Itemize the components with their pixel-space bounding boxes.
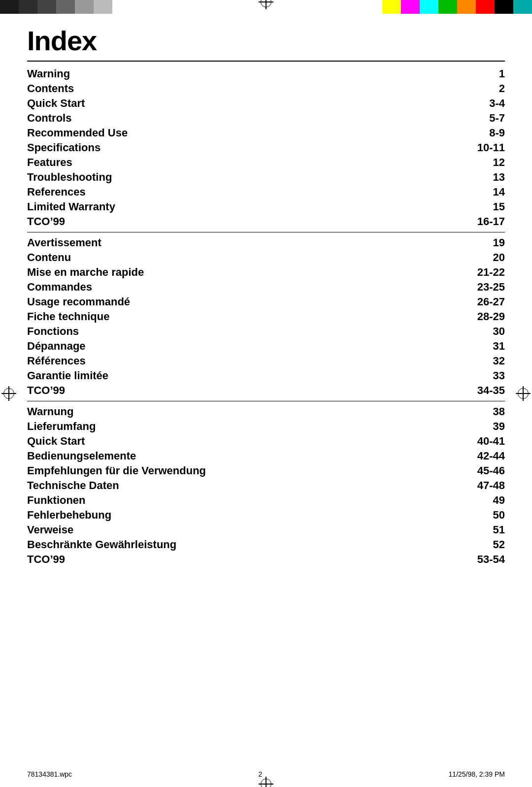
index-entry: Quick Start3-4 xyxy=(27,96,505,111)
color-swatch xyxy=(0,0,19,14)
english-section: Warning1Contents2Quick Start3-4Controls5… xyxy=(27,66,505,229)
entry-label: Avertissement xyxy=(27,236,101,249)
entry-page-number: 52 xyxy=(466,538,505,551)
footer-filename: 78134381.wpc xyxy=(27,770,72,778)
entry-label: Technische Daten xyxy=(27,479,119,492)
color-swatch xyxy=(495,0,513,14)
index-entry: Verweise51 xyxy=(27,523,505,537)
entry-page-number: 28-29 xyxy=(466,310,505,323)
entry-label: TCO’99 xyxy=(27,384,65,397)
entry-page-number: 34-35 xyxy=(466,384,505,397)
entry-label: Verweise xyxy=(27,524,73,536)
index-entry: TCO’9953-54 xyxy=(27,552,505,567)
entry-label: Contenu xyxy=(27,251,71,264)
entry-page-number: 20 xyxy=(466,251,505,264)
section-divider-1 xyxy=(27,232,505,232)
index-entry: Troubleshooting13 xyxy=(27,170,505,185)
index-entry: Beschränkte Gewährleistung52 xyxy=(27,537,505,552)
entry-label: Funktionen xyxy=(27,494,86,507)
color-swatch xyxy=(438,0,457,14)
index-entry: Contenu20 xyxy=(27,250,505,265)
entry-label: Lieferumfang xyxy=(27,420,96,433)
index-entry: Limited Warranty15 xyxy=(27,199,505,214)
color-swatch xyxy=(476,0,495,14)
index-entry: Controls5-7 xyxy=(27,111,505,126)
color-swatch xyxy=(37,0,56,14)
color-swatch xyxy=(94,0,112,14)
entry-label: References xyxy=(27,186,86,198)
index-entry: TCO’9916-17 xyxy=(27,214,505,229)
entry-label: Specifications xyxy=(27,141,100,154)
entry-page-number: 23-25 xyxy=(466,281,505,294)
index-entry: Empfehlungen für die Verwendung45-46 xyxy=(27,463,505,478)
index-entry: Features12 xyxy=(27,155,505,170)
title-divider xyxy=(27,61,505,62)
entry-label: Commandes xyxy=(27,281,92,294)
entry-page-number: 1 xyxy=(466,67,505,80)
french-section: Avertissement19Contenu20Mise en marche r… xyxy=(27,235,505,398)
index-entry: Usage recommandé26-27 xyxy=(27,295,505,309)
index-entry: Recommended Use8-9 xyxy=(27,126,505,140)
entry-page-number: 40-41 xyxy=(466,435,505,448)
entry-label: Mise en marche rapide xyxy=(27,266,144,279)
entry-page-number: 39 xyxy=(466,420,505,433)
section-divider-2 xyxy=(27,401,505,401)
entry-label: Features xyxy=(27,156,72,169)
index-entry: Fehlerbehebung50 xyxy=(27,508,505,523)
entry-page-number: 32 xyxy=(466,355,505,367)
entry-label: Usage recommandé xyxy=(27,295,130,308)
color-swatch xyxy=(457,0,476,14)
entry-page-number: 31 xyxy=(466,340,505,353)
entry-page-number: 53-54 xyxy=(466,553,505,566)
entry-page-number: 45-46 xyxy=(466,464,505,477)
index-entry: Fiche technique28-29 xyxy=(27,309,505,324)
entry-label: TCO’99 xyxy=(27,215,65,228)
entry-page-number: 47-48 xyxy=(466,479,505,492)
entry-page-number: 2 xyxy=(466,82,505,95)
entry-label: Troubleshooting xyxy=(27,171,112,184)
page-title: Index xyxy=(27,25,505,57)
index-entry: Specifications10-11 xyxy=(27,140,505,155)
index-entry: Warnung38 xyxy=(27,404,505,419)
color-swatch xyxy=(56,0,75,14)
footer-page-number: 2 xyxy=(258,770,262,778)
index-entry: Bedienungselemente42-44 xyxy=(27,449,505,463)
entry-label: Fonctions xyxy=(27,325,79,338)
index-entry: References14 xyxy=(27,185,505,199)
entry-label: Beschränkte Gewährleistung xyxy=(27,538,176,551)
entry-page-number: 3-4 xyxy=(466,97,505,110)
entry-page-number: 8-9 xyxy=(466,127,505,139)
entry-page-number: 5-7 xyxy=(466,112,505,125)
entry-label: Garantie limitée xyxy=(27,369,108,382)
entry-page-number: 33 xyxy=(466,369,505,382)
entry-page-number: 14 xyxy=(466,186,505,198)
entry-label: Recommended Use xyxy=(27,127,128,139)
entry-label: Contents xyxy=(27,82,74,95)
german-section: Warnung38Lieferumfang39Quick Start40-41B… xyxy=(27,404,505,567)
index-entry: Lieferumfang39 xyxy=(27,419,505,434)
index-entry: Mise en marche rapide21-22 xyxy=(27,265,505,280)
entry-label: Controls xyxy=(27,112,71,125)
entry-label: Fehlerbehebung xyxy=(27,509,111,522)
entry-label: Quick Start xyxy=(27,435,85,448)
color-swatch xyxy=(19,0,37,14)
index-entry: Quick Start40-41 xyxy=(27,434,505,449)
entry-label: Dépannage xyxy=(27,340,86,353)
page-content: Index Warning1Contents2Quick Start3-4Con… xyxy=(27,25,505,760)
entry-label: Bedienungselemente xyxy=(27,450,136,462)
footer-date: 11/25/98, 2:39 PM xyxy=(449,770,505,778)
entry-page-number: 10-11 xyxy=(466,141,505,154)
index-entry: Fonctions30 xyxy=(27,324,505,339)
entry-label: Références xyxy=(27,355,86,367)
entry-label: Empfehlungen für die Verwendung xyxy=(27,464,206,477)
color-swatch xyxy=(401,0,420,14)
index-entry: Dépannage31 xyxy=(27,339,505,354)
index-entry: Garantie limitée33 xyxy=(27,368,505,383)
entry-page-number: 42-44 xyxy=(466,450,505,462)
index-entry: Références32 xyxy=(27,354,505,368)
index-entry: Avertissement19 xyxy=(27,235,505,250)
entry-label: Warnung xyxy=(27,405,74,418)
entry-page-number: 30 xyxy=(466,325,505,338)
entry-label: Quick Start xyxy=(27,97,85,110)
color-swatch xyxy=(420,0,438,14)
